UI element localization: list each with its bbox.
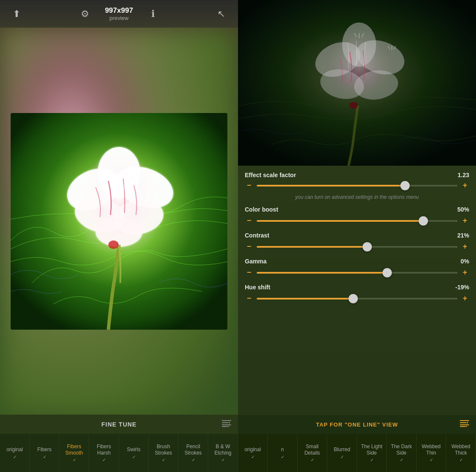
- contrast-section: Contrast 21% − +: [238, 229, 476, 254]
- filter-bw-etching[interactable]: B & WEtching ✓: [208, 434, 238, 472]
- hue-shift-header: Hue shift -19%: [245, 284, 469, 291]
- filter-swirls[interactable]: Swirls ✓: [119, 434, 149, 472]
- main-image-frame[interactable]: [11, 113, 227, 330]
- filter-check: ✓: [459, 458, 463, 462]
- effect-scale-plus[interactable]: +: [461, 181, 469, 190]
- filter-check: ✓: [102, 458, 106, 462]
- tap-one-line-bar[interactable]: TAP FOR "ONE LINE" VIEW: [238, 415, 476, 434]
- hint-text: you can turn on advanced settings in the…: [238, 192, 476, 203]
- filter-label: FibersHarsh: [97, 444, 111, 456]
- hue-shift-minus[interactable]: −: [245, 294, 253, 303]
- hue-shift-section: Hue shift -19% − +: [238, 280, 476, 306]
- filter-fibers[interactable]: Fibers ✓: [30, 434, 60, 472]
- color-boost-track[interactable]: [257, 220, 457, 222]
- settings-button[interactable]: ⚙: [77, 6, 93, 22]
- export-button[interactable]: ↗: [213, 6, 230, 22]
- svg-point-17: [108, 240, 119, 249]
- hue-shift-track[interactable]: [257, 298, 457, 300]
- fine-tune-icon[interactable]: [222, 420, 231, 429]
- filter-label: Fibers: [37, 447, 51, 452]
- info-button[interactable]: ℹ: [145, 6, 161, 22]
- contrast-track[interactable]: [257, 246, 457, 248]
- right-filter-strip: original ✓ n ✓ SmallDetails ✓ Blurred ✓ …: [238, 434, 476, 472]
- color-boost-section: Color boost 50% − +: [238, 203, 476, 229]
- effect-scale-minus[interactable]: −: [245, 181, 253, 190]
- svg-rect-18: [222, 420, 231, 421]
- import-button[interactable]: ⬆: [8, 6, 25, 22]
- filter-label: BrushStrokes: [155, 444, 172, 456]
- right-filter-blurred[interactable]: Blurred ✓: [327, 434, 357, 472]
- filter-brush-strokes[interactable]: BrushStrokes ✓: [149, 434, 178, 472]
- filter-check: ✓: [340, 455, 344, 459]
- effect-scale-slider-row: − +: [245, 181, 469, 190]
- svg-rect-23: [228, 426, 229, 427]
- filter-fibers-harsh[interactable]: FibersHarsh ✓: [89, 434, 119, 472]
- filter-pencil-strokes[interactable]: PencilStrokes ✓: [178, 434, 208, 472]
- contrast-header: Contrast 21%: [245, 232, 469, 239]
- right-filter-original[interactable]: original ✓: [238, 434, 268, 472]
- svg-rect-22: [222, 426, 228, 427]
- gamma-value: 0%: [461, 258, 469, 265]
- filter-check: ✓: [73, 458, 76, 462]
- svg-rect-41: [460, 424, 469, 425]
- contrast-plus[interactable]: +: [461, 242, 469, 251]
- color-boost-plus[interactable]: +: [461, 216, 469, 225]
- filter-check: ✓: [43, 455, 46, 459]
- gamma-track[interactable]: [257, 272, 457, 274]
- fine-tune-label: FINE TUNE: [102, 421, 137, 428]
- right-filter-webbed-thin[interactable]: WebbedThin ✓: [416, 434, 446, 472]
- gamma-minus[interactable]: −: [245, 268, 253, 277]
- color-boost-value: 50%: [457, 206, 469, 213]
- svg-rect-19: [222, 422, 229, 423]
- svg-rect-21: [222, 424, 231, 425]
- svg-rect-42: [460, 426, 466, 427]
- filter-check: ✓: [221, 458, 225, 462]
- fine-tune-bar: FINE TUNE: [0, 415, 238, 434]
- svg-rect-38: [460, 420, 469, 421]
- svg-point-7: [96, 217, 142, 247]
- filter-label: original: [6, 447, 23, 452]
- right-panel: Effect scale factor 1.23 − + you can tur…: [238, 0, 476, 472]
- controls-area: Effect scale factor 1.23 − + you can tur…: [238, 166, 476, 415]
- right-filter-small-details[interactable]: SmallDetails ✓: [298, 434, 327, 472]
- svg-rect-20: [229, 422, 230, 424]
- color-boost-minus[interactable]: −: [245, 216, 253, 225]
- filter-label: PencilStrokes: [184, 444, 202, 456]
- fractal-image: [11, 113, 227, 330]
- right-filter-webbed-thick[interactable]: WebbedThick ✓: [446, 434, 476, 472]
- right-filter-light-side[interactable]: The LightSide ✓: [357, 434, 387, 472]
- gamma-header: Gamma 0%: [245, 258, 469, 265]
- filter-label: The LightSide: [361, 444, 382, 456]
- filter-label: FibersSmooth: [65, 444, 83, 456]
- svg-rect-43: [466, 426, 467, 427]
- filter-check: ✓: [13, 455, 17, 459]
- filter-fibers-smooth[interactable]: FibersSmooth ✓: [60, 434, 89, 472]
- filter-check: ✓: [192, 458, 195, 462]
- svg-rect-39: [460, 422, 467, 423]
- filter-label: WebbedThin: [422, 444, 440, 456]
- filter-label: n: [281, 447, 284, 452]
- filter-check: ✓: [370, 458, 374, 462]
- gamma-plus[interactable]: +: [461, 268, 469, 277]
- hue-shift-plus[interactable]: +: [461, 294, 469, 303]
- filter-original[interactable]: original ✓: [0, 434, 30, 472]
- filter-check: ✓: [281, 455, 284, 459]
- right-filter-n[interactable]: n ✓: [268, 434, 298, 472]
- right-filter-dark-side[interactable]: The DarkSide ✓: [387, 434, 416, 472]
- contrast-minus[interactable]: −: [245, 242, 253, 251]
- color-boost-header: Color boost 50%: [245, 206, 469, 213]
- filter-label: Blurred: [334, 447, 350, 452]
- filter-label: B & WEtching: [214, 444, 231, 456]
- hue-shift-slider-row: − +: [245, 294, 469, 303]
- color-boost-slider-row: − +: [245, 216, 469, 225]
- filter-label: Swirls: [127, 447, 141, 452]
- filter-check: ✓: [251, 455, 255, 459]
- hue-shift-label: Hue shift: [245, 284, 270, 291]
- hue-shift-value: -19%: [455, 284, 469, 291]
- filter-label: The DarkSide: [391, 444, 412, 456]
- effect-scale-track[interactable]: [257, 185, 457, 187]
- tap-one-line-text: TAP FOR "ONE LINE" VIEW: [316, 421, 398, 428]
- contrast-slider-row: − +: [245, 242, 469, 251]
- svg-point-28: [342, 23, 376, 67]
- filter-check: ✓: [162, 458, 165, 462]
